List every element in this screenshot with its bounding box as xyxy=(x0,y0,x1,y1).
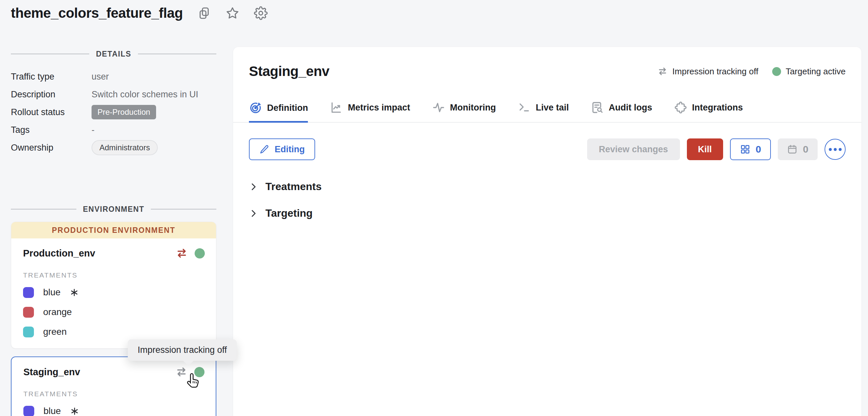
default-treatment-icon xyxy=(70,407,79,416)
tab-definition[interactable]: Definition xyxy=(249,101,308,123)
production-card-body: Production_env TREATMENTS bl xyxy=(11,238,216,348)
treatment-swatch-green xyxy=(23,326,34,337)
dot xyxy=(839,148,842,151)
treatment-swatch-blue xyxy=(23,406,34,416)
treatment-row: orange xyxy=(23,306,205,319)
terminal-icon xyxy=(518,101,531,114)
divider-line xyxy=(11,54,89,54)
dot xyxy=(834,148,837,151)
pulse-icon xyxy=(432,101,445,114)
treatments-section-label: Treatments xyxy=(266,180,322,193)
divider-line xyxy=(11,209,76,209)
copy-icon[interactable] xyxy=(197,6,211,20)
impression-tracking-icon[interactable] xyxy=(176,247,188,259)
chevron-right-icon xyxy=(249,209,258,218)
treatment-name: blue xyxy=(43,406,61,416)
kill-button[interactable]: Kill xyxy=(687,138,723,160)
treatment-name: orange xyxy=(43,307,72,317)
treatment-name: green xyxy=(43,326,67,337)
calendar-icon xyxy=(787,144,798,154)
production-environment-banner: PRODUCTION ENVIRONMENT xyxy=(11,222,216,238)
details-divider: DETAILS xyxy=(11,49,216,59)
divider-line xyxy=(138,54,216,54)
production-banner-label: PRODUCTION ENVIRONMENT xyxy=(52,226,176,235)
line-chart-icon xyxy=(330,101,343,114)
tab-audit-logs[interactable]: Audit logs xyxy=(591,101,652,122)
review-changes-button[interactable]: Review changes xyxy=(587,138,680,160)
detail-row-tags: Tags - xyxy=(11,121,216,139)
default-treatment-icon xyxy=(70,288,79,297)
treatment-swatch-orange xyxy=(23,307,34,318)
treatment-swatch-blue xyxy=(23,287,34,298)
schedule-button[interactable]: 0 xyxy=(778,138,817,160)
detail-row-description: Description Switch color schemes in UI xyxy=(11,85,216,103)
detail-row-rollout-status: Rollout status Pre-Production xyxy=(11,103,216,121)
star-icon[interactable] xyxy=(225,6,239,20)
header-icon-group xyxy=(197,6,268,20)
pencil-icon xyxy=(259,144,269,154)
detail-label: Tags xyxy=(11,125,92,135)
targeting-section-toggle[interactable]: Targeting xyxy=(249,207,846,219)
impression-tracking-tooltip: Impression tracking off xyxy=(128,339,237,361)
treatment-name: blue xyxy=(43,287,61,298)
tab-label: Audit logs xyxy=(609,103,652,113)
editing-button[interactable]: Editing xyxy=(249,138,315,160)
dot xyxy=(829,148,832,151)
treatment-row: blue xyxy=(23,286,205,299)
details-list: Traffic type user Description Switch col… xyxy=(11,68,216,157)
tab-bar: Definition Metrics impact xyxy=(233,101,861,123)
puzzle-icon xyxy=(674,101,687,114)
ownership-chip[interactable]: Administrators xyxy=(92,140,158,155)
tab-label: Definition xyxy=(267,103,308,113)
targeting-status: Targeting active xyxy=(772,66,846,77)
tab-metrics-impact[interactable]: Metrics impact xyxy=(330,101,410,122)
targeting-section-label: Targeting xyxy=(266,207,312,219)
flag-title: theme_colors_feature_flag xyxy=(11,5,183,21)
chevron-right-icon xyxy=(249,182,258,192)
tab-label: Live tail xyxy=(536,103,569,113)
details-heading: DETAILS xyxy=(96,50,131,59)
treatments-label: TREATMENTS xyxy=(23,390,205,398)
environment-card-staging[interactable]: Staging_env TREATMENTS blue xyxy=(11,356,216,416)
app: theme_colors_feature_flag xyxy=(0,0,868,416)
detail-label: Description xyxy=(11,90,92,100)
panel-header: Staging_env Impression tracking off Targ… xyxy=(249,64,846,79)
impression-tracking-status-label: Impression tracking off xyxy=(673,66,758,77)
tab-monitoring[interactable]: Monitoring xyxy=(432,101,496,122)
staging-card-body: Staging_env TREATMENTS blue xyxy=(11,357,216,416)
environment-card-production[interactable]: PRODUCTION ENVIRONMENT Production_env xyxy=(11,222,216,349)
gear-icon[interactable] xyxy=(254,6,268,20)
environment-heading: ENVIRONMENT xyxy=(83,205,144,214)
targeting-active-dot xyxy=(772,67,781,76)
page-header: theme_colors_feature_flag xyxy=(11,5,268,21)
treatments-label: TREATMENTS xyxy=(23,271,205,279)
divider-line xyxy=(151,209,216,209)
targeting-status-dot xyxy=(195,248,205,258)
staging-env-name: Staging_env xyxy=(23,367,80,378)
schedule-count: 0 xyxy=(803,144,808,155)
tags-value: - xyxy=(92,125,94,135)
editing-button-label: Editing xyxy=(275,144,305,154)
panel-title: Staging_env xyxy=(249,64,329,79)
rollout-status-badge: Pre-Production xyxy=(92,105,156,119)
tab-label: Integrations xyxy=(692,103,743,113)
document-search-icon xyxy=(591,101,604,114)
impression-tracking-icon[interactable] xyxy=(175,366,188,378)
tab-integrations[interactable]: Integrations xyxy=(674,101,743,122)
targeting-status-dot xyxy=(194,367,205,377)
rollout-board-button[interactable]: 0 xyxy=(730,138,771,160)
treatments-section-toggle[interactable]: Treatments xyxy=(249,180,846,193)
status-group: Impression tracking off Targeting active xyxy=(657,66,846,77)
traffic-type-value: user xyxy=(92,72,109,82)
review-changes-label: Review changes xyxy=(599,144,668,154)
description-value: Switch color schemes in UI xyxy=(92,90,198,100)
more-actions-button[interactable] xyxy=(825,139,846,160)
detail-label: Traffic type xyxy=(11,72,92,82)
impression-tracking-status: Impression tracking off xyxy=(657,66,758,77)
swap-arrows-icon xyxy=(657,66,668,77)
detail-label: Rollout status xyxy=(11,107,92,117)
tab-live-tail[interactable]: Live tail xyxy=(518,101,569,122)
target-definition-icon xyxy=(249,101,262,114)
tab-label: Monitoring xyxy=(450,103,496,113)
rollout-board-count: 0 xyxy=(756,144,761,155)
